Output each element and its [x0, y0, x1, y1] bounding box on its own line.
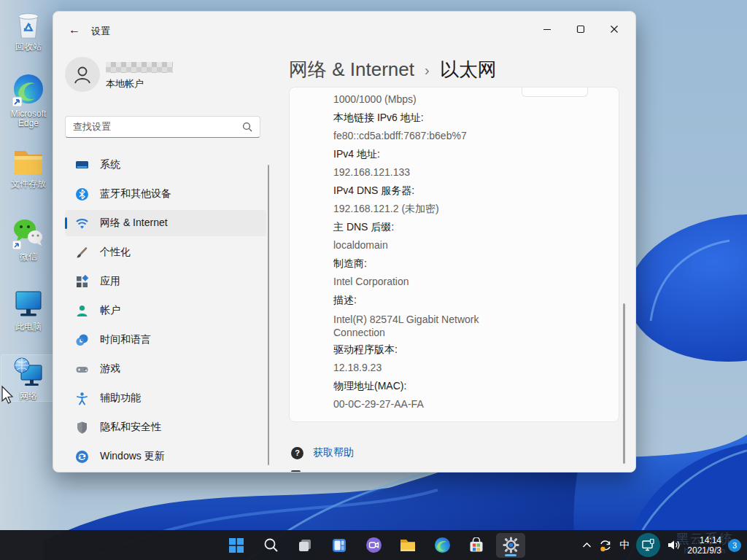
system-tray: 中 14:14 2021/9/3 3: [582, 530, 744, 560]
sidebar-item-bluetooth[interactable]: 蓝牙和其他设备: [65, 181, 266, 207]
detail-label: 描述:: [333, 295, 604, 306]
content-scrollbar[interactable]: [623, 303, 625, 464]
ethernet-icon: [641, 539, 655, 551]
edge-icon: [434, 537, 451, 553]
settings-window: ← 设置 本地帐户 查找设置: [53, 11, 636, 472]
task-view-icon: [297, 537, 313, 553]
chevron-right-icon: ›: [425, 62, 430, 79]
start-button[interactable]: [222, 533, 251, 558]
minimize-button[interactable]: [530, 19, 564, 39]
ime-indicator[interactable]: 中: [619, 539, 630, 552]
maximize-button[interactable]: [564, 19, 597, 39]
help-icon: ?: [291, 447, 303, 459]
store-icon: [468, 537, 484, 553]
edge-icon: [11, 73, 46, 108]
copy-button-partial[interactable]: [522, 87, 588, 97]
bluetooth-icon: [75, 187, 89, 201]
search-input[interactable]: 查找设置: [65, 116, 260, 138]
tray-clock[interactable]: 14:14 2021/9/3: [687, 535, 721, 556]
system-icon: [75, 158, 89, 172]
close-button[interactable]: [597, 19, 631, 39]
desktop-icon-recycle-bin[interactable]: 回收站: [1, 7, 55, 52]
tray-chevron-up-icon[interactable]: [582, 542, 592, 548]
chat-icon: [365, 537, 382, 553]
get-help-link[interactable]: ? 获取帮助: [291, 446, 354, 459]
page-title: 以太网: [440, 57, 497, 82]
wifi-icon: [75, 217, 89, 230]
recycle-bin-icon: [12, 7, 45, 41]
desktop-icon-label: 回收站: [1, 42, 55, 52]
detail-label: 本地链接 IPv6 地址:: [333, 112, 604, 123]
breadcrumb-parent[interactable]: 网络 & Internet: [289, 57, 414, 82]
sidebar-item-network[interactable]: 网络 & Internet: [65, 210, 266, 236]
detail-label: 制造商:: [333, 258, 604, 269]
file-explorer-button[interactable]: [393, 533, 422, 558]
detail-value: 12.18.9.23: [333, 362, 604, 373]
notification-badge[interactable]: 3: [728, 539, 741, 552]
accounts-icon: [75, 304, 89, 318]
desktop: 回收站 Microsoft Edge 文件存放: [0, 0, 747, 560]
this-pc-icon: [11, 286, 46, 321]
apps-icon: [75, 275, 89, 289]
selection-indicator: [65, 217, 67, 229]
sidebar-scrollbar[interactable]: [268, 165, 269, 465]
breadcrumb: 网络 & Internet › 以太网: [289, 57, 497, 82]
windows-update-icon: [75, 450, 89, 464]
mouse-cursor: [0, 385, 15, 405]
desktop-icon-edge[interactable]: Microsoft Edge: [1, 73, 55, 128]
desktop-icon-wechat[interactable]: 微信: [1, 216, 55, 262]
sidebar-item-personalization[interactable]: 个性化: [65, 239, 266, 265]
widgets-button[interactable]: [325, 533, 354, 558]
chat-button[interactable]: [359, 533, 388, 558]
detail-value: localdomain: [333, 240, 604, 251]
store-button[interactable]: [462, 533, 491, 558]
file-explorer-icon: [399, 537, 417, 553]
window-controls: [530, 19, 631, 39]
sidebar-nav: 系统 蓝牙和其他设备 网络 & Internet 个性化: [65, 152, 266, 472]
sidebar-item-time-language[interactable]: 时间和语言: [65, 327, 266, 353]
sidebar-item-accessibility[interactable]: 辅助功能: [65, 385, 266, 411]
detail-value: fe80::cd5a:bdff:7687:b6eb%7: [333, 131, 604, 141]
network-tray-highlight[interactable]: [636, 533, 660, 557]
update-pending-icon[interactable]: [598, 538, 613, 553]
desktop-icon-label: 文件存放: [1, 179, 55, 189]
windows-logo-icon: [228, 537, 244, 553]
gaming-icon: [75, 362, 89, 376]
sidebar-item-system[interactable]: 系统: [65, 152, 266, 178]
desktop-icon-label: 此电脑: [1, 322, 55, 332]
close-icon: [610, 25, 619, 34]
sidebar-item-privacy[interactable]: 隐私和安全性: [65, 414, 266, 440]
sidebar-item-gaming[interactable]: 游戏: [65, 356, 266, 382]
clock-time: 14:14: [687, 535, 721, 545]
maximize-icon: [576, 25, 585, 34]
sidebar-item-windows-update[interactable]: Windows 更新: [65, 443, 266, 470]
edge-button[interactable]: [427, 533, 457, 558]
time-language-icon: [75, 333, 89, 347]
back-button[interactable]: ←: [63, 20, 85, 39]
wechat-icon: [11, 216, 46, 251]
gear-icon: [503, 537, 519, 553]
detail-label: 驱动程序版本:: [333, 344, 604, 355]
detail-label: 主 DNS 后缀:: [333, 222, 604, 233]
search-icon: [242, 122, 252, 132]
personalization-icon: [75, 246, 89, 260]
folder-icon: [11, 144, 46, 178]
search-button[interactable]: [256, 533, 285, 558]
task-view-button[interactable]: [290, 533, 320, 558]
user-icon: [71, 63, 93, 85]
desktop-icon-file-storage[interactable]: 文件存放: [1, 144, 55, 189]
detail-value: 00-0C-29-27-AA-FA: [333, 399, 604, 410]
detail-label: 物理地址(MAC):: [333, 381, 604, 392]
widgets-icon: [331, 537, 347, 553]
active-app-indicator: [505, 554, 516, 556]
taskbar: 黑云系统 heiyun.com: [0, 530, 747, 560]
sidebar-item-accounts[interactable]: 帐户: [65, 298, 266, 324]
settings-button-active[interactable]: [496, 533, 525, 558]
account-type: 本地帐户: [106, 77, 144, 90]
detail-label: IPv4 地址:: [333, 149, 604, 160]
volume-icon[interactable]: [667, 539, 681, 551]
avatar[interactable]: [65, 57, 100, 92]
desktop-icon-this-pc[interactable]: 此电脑: [1, 286, 55, 332]
taskbar-apps: [222, 530, 525, 560]
sidebar-item-apps[interactable]: 应用: [65, 268, 266, 295]
